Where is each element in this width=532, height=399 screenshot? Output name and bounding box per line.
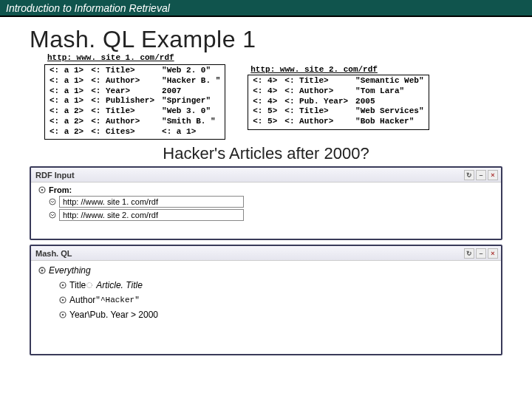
rdf-url-input-2[interactable]: http: //www. site 2. com/rdf: [59, 209, 244, 221]
rdf2-url: http: www. site 2. com/rdf: [250, 65, 429, 74]
refresh-icon[interactable]: ↻: [464, 170, 474, 180]
rdf2-box: <: 4><: Title>"Semantic Web"<: 4><: Auth…: [248, 75, 429, 130]
rdf-url-input-1[interactable]: http: //www. site 1. com/rdf: [59, 196, 244, 208]
root-label: Everything: [49, 265, 91, 276]
close-icon[interactable]: ×: [488, 248, 498, 259]
page-title: Mash. QL Example 1: [30, 26, 532, 53]
minimize-icon[interactable]: –: [476, 170, 486, 180]
rdf-panel-title: RDF Input: [35, 171, 75, 180]
rdf1-box: <: a 1><: Title>"Web 2. 0"<: a 1><: Auth…: [44, 64, 225, 140]
svg-point-5: [41, 270, 44, 272]
node-icon[interactable]: [59, 282, 66, 289]
mashql-body: Everything Title Article. TitleAuthor "^…: [31, 261, 501, 324]
refresh-icon[interactable]: ↻: [464, 248, 474, 259]
dropdown-icon[interactable]: [49, 198, 56, 205]
minimize-icon[interactable]: –: [476, 248, 486, 259]
question-text: Hacker's Articles after 2000?: [0, 144, 532, 163]
mashql-panel: Mash. QL ↻ – × Everything Title Article.…: [30, 245, 502, 355]
from-label: From:: [49, 185, 72, 194]
rdf1-url: http: www. site 1. com/rdf: [47, 53, 225, 62]
node-icon[interactable]: [59, 296, 66, 304]
gear-icon[interactable]: [86, 282, 93, 289]
query-condition: Author "^Hacker": [59, 295, 494, 305]
svg-point-2: [50, 199, 55, 205]
header-bar: Introduction to Information Retrieval: [0, 0, 532, 17]
svg-point-10: [62, 299, 64, 301]
svg-point-1: [41, 189, 44, 191]
svg-point-8: [87, 283, 92, 288]
query-condition: Year\Pub. Year > 2000: [59, 310, 494, 320]
mashql-panel-title: Mash. QL: [35, 249, 72, 258]
rdf-source-2: http: www. site 2. com/rdf <: 4><: Title…: [248, 65, 429, 140]
close-icon[interactable]: ×: [488, 170, 498, 180]
rdf-panel-body: From: http: //www. site 1. com/rdf http:…: [31, 183, 501, 227]
rdf-source-1: http: www. site 1. com/rdf <: a 1><: Tit…: [44, 55, 225, 140]
rdf-input-panel: RDF Input ↻ – × From: http: //www. site …: [30, 166, 502, 240]
node-icon[interactable]: [59, 311, 66, 318]
node-icon[interactable]: [38, 267, 46, 274]
dropdown-icon[interactable]: [49, 211, 56, 219]
query-condition: Title Article. Title: [59, 280, 494, 290]
svg-point-3: [50, 212, 55, 218]
mashql-panel-header: Mash. QL ↻ – ×: [31, 246, 501, 261]
rdf-panel-header: RDF Input ↻ – ×: [31, 168, 501, 183]
svg-point-7: [62, 284, 64, 287]
svg-point-12: [62, 314, 64, 316]
gear-icon[interactable]: [38, 186, 46, 194]
rdf-sources-row: http: www. site 1. com/rdf <: a 1><: Tit…: [44, 55, 502, 140]
breadcrumb: Introduction to Information Retrieval: [6, 2, 170, 14]
